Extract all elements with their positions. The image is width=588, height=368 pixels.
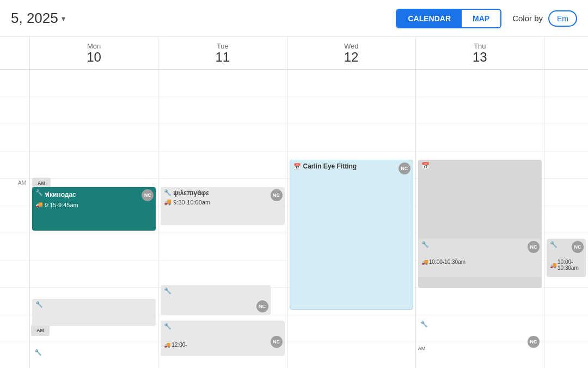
grid-col-tue: 🔧 ψιλεπιγάφε 🚚 9:30-10:00am NC 🔧 NC <box>158 70 287 368</box>
avatar-nc-tue: NC <box>271 189 283 201</box>
grid-col-fri-partial: 🔧 NC 🚚 10:00-10:30am <box>544 70 588 368</box>
date-chevron-icon[interactable]: ▾ <box>62 14 65 23</box>
color-by-pill[interactable]: Em <box>548 10 577 27</box>
wrench-icon-tue2: 🔧 <box>164 287 171 294</box>
date-display: 5, 2025 ▾ <box>11 10 65 27</box>
avatar-nc-fri: NC <box>572 241 584 253</box>
days-container: Mon 10 Tue 11 Wed 12 Thu 13 <box>0 37 588 368</box>
avatar-nc-thu: NC <box>528 241 540 253</box>
truck-icon-fri: 🚚 <box>550 262 556 268</box>
event-thu-1030[interactable]: 🔧 NC 🚚 10:00-10:30am <box>418 239 542 277</box>
calendar-header: 5, 2025 ▾ CALENDAR MAP Color by Em <box>0 0 588 37</box>
avatar-nc-wed: NC <box>399 162 411 174</box>
wrench-icon-fri: 🔧 <box>550 241 558 248</box>
calendar-icon-wed: 📅 <box>293 163 301 170</box>
am-badge-mon-2: AM <box>31 325 50 336</box>
day-header-tue: Tue 11 <box>158 37 287 69</box>
wrench-icon-thu: 🔧 <box>421 241 429 248</box>
time-am-label: AM <box>18 180 26 186</box>
wrench-icon-tue3: 🔧 <box>164 323 171 330</box>
am-badge-thu2: AM <box>418 342 542 352</box>
wrench-icon-3: 🔧 <box>34 347 42 357</box>
truck-icon: 🚚 <box>35 201 43 208</box>
truck-icon-tue3: 🚚 <box>164 342 170 348</box>
day-header-wed: Wed 12 <box>287 37 416 69</box>
wrench-icon-thu2: 🔧 <box>420 318 428 328</box>
day-header-mon: Mon 10 <box>30 37 158 69</box>
avatar-nc-tue2: NC <box>256 300 268 312</box>
view-toggle: CALENDAR MAP <box>396 9 501 28</box>
wrench-icon-tue: 🔧 <box>164 189 171 196</box>
days-header: Mon 10 Tue 11 Wed 12 Thu 13 <box>0 37 588 70</box>
truck-icon-tue: 🚚 <box>164 198 171 206</box>
date-text: 5, 2025 <box>11 10 58 27</box>
grid-col-mon: AM 🔧 ฟкинодас 🚚 9:15-9:45am NC <box>30 70 158 368</box>
event-mon-2[interactable]: 🔧 <box>32 299 156 326</box>
calendar-icon-thu: 📅 <box>421 162 430 170</box>
calendar-area: Mon 10 Tue 11 Wed 12 Thu 13 <box>0 37 588 368</box>
wrench-icon: 🔧 <box>35 189 43 196</box>
grid-col-thu: 📅 AM 🔧 NC 🚚 10:00-10:30am <box>416 70 544 368</box>
event-tue-3[interactable]: 🔧 NC 🚚 12:00- <box>161 321 284 356</box>
time-gutter: AM <box>0 70 30 368</box>
color-by-label: Color by <box>512 14 543 23</box>
day-header-extra <box>544 37 588 69</box>
truck-icon-thu: 🚚 <box>421 259 428 265</box>
event-tue-1[interactable]: 🔧 ψιλεπιγάφε 🚚 9:30-10:00am NC <box>161 187 284 225</box>
event-tue-2[interactable]: 🔧 NC <box>161 285 270 315</box>
day-header-thu: Thu 13 <box>416 37 544 69</box>
grid-col-wed: 📅 Carlin Eye Fitting NC <box>287 70 416 368</box>
event-mon-1[interactable]: 🔧 ฟкинодас 🚚 9:15-9:45am NC <box>32 187 156 231</box>
avatar-nc-thu2: NC <box>528 336 540 348</box>
calendar-view-button[interactable]: CALENDAR <box>397 10 462 27</box>
avatar-nc-tue3: NC <box>271 336 283 348</box>
color-by-section: Color by Em <box>512 10 577 27</box>
event-fri-1030[interactable]: 🔧 NC 🚚 10:00-10:30am <box>547 239 586 277</box>
event-wed-carlin[interactable]: 📅 Carlin Eye Fitting NC <box>290 160 413 310</box>
wrench-icon-2: 🔧 <box>35 301 43 308</box>
map-view-button[interactable]: MAP <box>462 10 500 27</box>
grid-body: AM AM <box>0 70 588 368</box>
